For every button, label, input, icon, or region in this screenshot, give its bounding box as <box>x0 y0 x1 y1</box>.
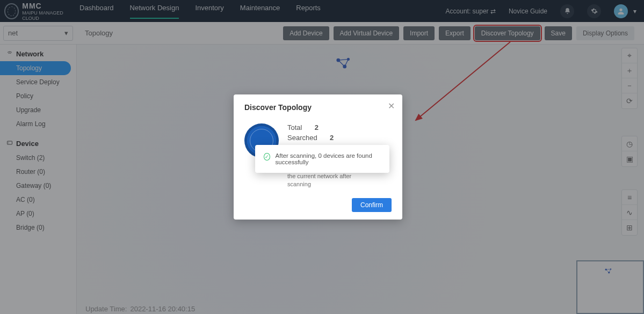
total-value: 2 <box>315 123 319 132</box>
searched-label: Searched <box>287 134 317 142</box>
scan-result-toast: ✓ After scanning, 0 devices are found su… <box>255 145 389 173</box>
close-icon[interactable]: ✕ <box>388 101 395 111</box>
success-icon: ✓ <box>264 153 270 160</box>
searched-value: 2 <box>330 134 334 142</box>
confirm-button[interactable]: Confirm <box>352 198 392 212</box>
modal-title: Discover Topology <box>244 103 392 112</box>
total-label: Total <box>287 123 302 132</box>
toast-text: After scanning, 0 devices are found succ… <box>276 152 381 165</box>
